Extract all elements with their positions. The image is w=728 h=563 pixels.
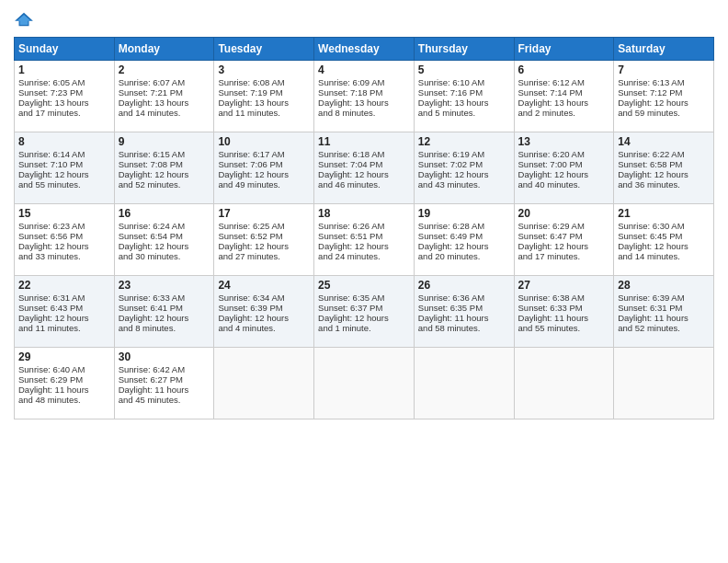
day-number: 15 — [18, 207, 110, 220]
day-info: and 17 minutes. — [518, 251, 610, 261]
day-number: 20 — [518, 207, 610, 220]
day-number: 11 — [318, 135, 410, 148]
day-header-tuesday: Tuesday — [214, 38, 314, 61]
day-header-friday: Friday — [514, 38, 614, 61]
day-info: Daylight: 12 hours — [119, 169, 210, 179]
day-number: 18 — [318, 207, 410, 220]
day-info: Sunrise: 6:35 AM — [318, 293, 410, 303]
calendar-cell: 7Sunrise: 6:13 AMSunset: 7:12 PMDaylight… — [614, 61, 714, 132]
day-number: 29 — [18, 350, 110, 363]
day-info: Sunrise: 6:40 AM — [18, 364, 110, 374]
calendar-week-3: 15Sunrise: 6:23 AMSunset: 6:56 PMDayligh… — [15, 204, 714, 276]
calendar-cell: 20Sunrise: 6:29 AMSunset: 6:47 PMDayligh… — [514, 204, 614, 276]
day-info: and 14 minutes. — [618, 251, 710, 261]
day-info: Sunrise: 6:05 AM — [18, 77, 110, 87]
logo-icon — [14, 9, 34, 29]
day-info: Sunset: 7:18 PM — [318, 87, 410, 98]
day-info: Daylight: 13 hours — [218, 98, 310, 108]
day-info: Sunrise: 6:15 AM — [119, 149, 210, 159]
day-info: Sunrise: 6:31 AM — [18, 293, 110, 303]
day-info: and 49 minutes. — [218, 179, 310, 190]
day-info: and 40 minutes. — [518, 179, 610, 190]
day-info: and 55 minutes. — [518, 323, 610, 333]
calendar-cell: 29Sunrise: 6:40 AMSunset: 6:29 PMDayligh… — [15, 348, 115, 419]
day-number: 27 — [518, 279, 610, 292]
day-info: Sunrise: 6:23 AM — [18, 221, 110, 231]
day-number: 23 — [119, 279, 210, 292]
calendar-cell: 1Sunrise: 6:05 AMSunset: 7:23 PMDaylight… — [15, 61, 115, 132]
calendar-cell: 11Sunrise: 6:18 AMSunset: 7:04 PMDayligh… — [314, 132, 415, 204]
day-info: Sunset: 6:43 PM — [18, 303, 110, 313]
calendar-table: SundayMondayTuesdayWednesdayThursdayFrid… — [14, 37, 714, 419]
day-info: and 52 minutes. — [618, 323, 710, 333]
day-header-sunday: Sunday — [15, 38, 115, 61]
day-info: and 17 minutes. — [18, 108, 110, 118]
day-info: Sunrise: 6:13 AM — [618, 77, 710, 87]
calendar-cell — [514, 348, 614, 419]
day-info: Daylight: 12 hours — [318, 241, 410, 251]
day-info: and 43 minutes. — [418, 179, 510, 190]
day-info: Sunrise: 6:19 AM — [418, 149, 510, 159]
day-info: Daylight: 13 hours — [318, 98, 410, 108]
day-info: Sunrise: 6:18 AM — [318, 149, 410, 159]
calendar-cell: 24Sunrise: 6:34 AMSunset: 6:39 PMDayligh… — [214, 276, 314, 348]
day-number: 4 — [318, 63, 410, 76]
calendar-cell: 4Sunrise: 6:09 AMSunset: 7:18 PMDaylight… — [314, 61, 415, 132]
day-info: Daylight: 13 hours — [418, 98, 510, 108]
day-number: 17 — [218, 207, 310, 220]
header — [14, 9, 714, 29]
day-info: Sunset: 7:08 PM — [119, 159, 210, 169]
day-info: Sunrise: 6:28 AM — [418, 221, 510, 231]
day-info: Daylight: 12 hours — [218, 169, 310, 179]
day-info: Sunset: 6:41 PM — [119, 303, 210, 313]
day-info: and 36 minutes. — [618, 179, 710, 190]
day-info: Sunrise: 6:33 AM — [119, 293, 210, 303]
day-info: Sunset: 6:52 PM — [218, 231, 310, 241]
day-number: 26 — [418, 279, 510, 292]
day-info: Sunset: 6:31 PM — [618, 303, 710, 313]
calendar-cell: 6Sunrise: 6:12 AMSunset: 7:14 PMDaylight… — [514, 61, 614, 132]
calendar-cell: 9Sunrise: 6:15 AMSunset: 7:08 PMDaylight… — [114, 132, 214, 204]
day-info: and 24 minutes. — [318, 251, 410, 261]
day-info: Sunset: 7:19 PM — [218, 87, 310, 98]
calendar-cell: 13Sunrise: 6:20 AMSunset: 7:00 PMDayligh… — [514, 132, 614, 204]
day-info: Sunset: 6:47 PM — [518, 231, 610, 241]
day-info: Daylight: 12 hours — [418, 241, 510, 251]
day-info: Daylight: 13 hours — [18, 98, 110, 108]
day-info: Sunset: 6:54 PM — [119, 231, 210, 241]
day-info: and 1 minute. — [318, 323, 410, 333]
calendar-cell: 21Sunrise: 6:30 AMSunset: 6:45 PMDayligh… — [614, 204, 714, 276]
day-info: Daylight: 12 hours — [318, 169, 410, 179]
day-info: and 46 minutes. — [318, 179, 410, 190]
day-info: and 4 minutes. — [218, 323, 310, 333]
day-info: Daylight: 12 hours — [518, 241, 610, 251]
day-number: 13 — [518, 135, 610, 148]
day-info: Sunset: 7:10 PM — [18, 159, 110, 169]
day-info: Daylight: 12 hours — [18, 241, 110, 251]
calendar-cell: 30Sunrise: 6:42 AMSunset: 6:27 PMDayligh… — [114, 348, 214, 419]
day-number: 10 — [218, 135, 310, 148]
day-number: 30 — [119, 350, 210, 363]
day-info: Sunrise: 6:36 AM — [418, 293, 510, 303]
day-info: Sunset: 6:56 PM — [18, 231, 110, 241]
day-info: Daylight: 12 hours — [618, 241, 710, 251]
calendar-cell: 12Sunrise: 6:19 AMSunset: 7:02 PMDayligh… — [414, 132, 514, 204]
day-info: Sunset: 7:02 PM — [418, 159, 510, 169]
day-number: 1 — [18, 63, 110, 76]
day-info: Sunset: 6:37 PM — [318, 303, 410, 313]
day-info: Sunrise: 6:39 AM — [618, 293, 710, 303]
calendar-cell — [414, 348, 514, 419]
day-info: and 20 minutes. — [418, 251, 510, 261]
day-info: Sunset: 7:00 PM — [518, 159, 610, 169]
calendar-cell: 27Sunrise: 6:38 AMSunset: 6:33 PMDayligh… — [514, 276, 614, 348]
calendar-cell: 10Sunrise: 6:17 AMSunset: 7:06 PMDayligh… — [214, 132, 314, 204]
day-info: Daylight: 12 hours — [119, 313, 210, 323]
day-number: 8 — [18, 135, 110, 148]
day-info: Daylight: 13 hours — [518, 98, 610, 108]
day-info: Sunset: 6:29 PM — [18, 374, 110, 385]
day-info: Sunset: 7:21 PM — [119, 87, 210, 98]
day-info: Sunset: 7:04 PM — [318, 159, 410, 169]
day-header-thursday: Thursday — [414, 38, 514, 61]
day-number: 22 — [18, 279, 110, 292]
day-number: 24 — [218, 279, 310, 292]
